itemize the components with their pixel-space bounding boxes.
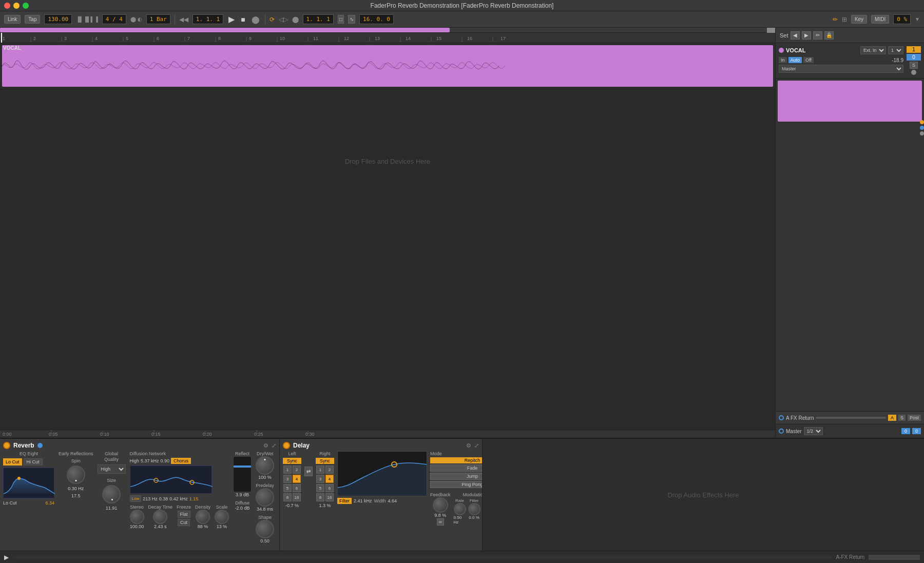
metro-button[interactable]: ⬤ xyxy=(292,16,299,23)
master-power[interactable] xyxy=(779,429,784,434)
bottom-progress[interactable] xyxy=(13,556,832,559)
link-button[interactable]: Link xyxy=(4,15,21,24)
midi-button[interactable]: MIDI xyxy=(871,15,889,24)
set-edit-button[interactable]: ✏ xyxy=(813,31,822,40)
master-val1[interactable]: 0 xyxy=(901,428,910,434)
feedback-knob[interactable] xyxy=(433,497,448,513)
pencil-icon[interactable]: ✏ xyxy=(833,16,838,23)
grid-icon[interactable]: ⊞ xyxy=(842,16,847,23)
right-cell-1[interactable]: 1 xyxy=(316,465,324,474)
stereo-knob[interactable] xyxy=(130,510,144,524)
filter-enable-button[interactable]: Filter xyxy=(337,498,352,504)
mod-filter-knob[interactable] xyxy=(468,503,480,515)
position-display[interactable]: 1. 1. 1 xyxy=(192,14,223,24)
diffusion-display[interactable] xyxy=(130,465,212,494)
scale-knob[interactable] xyxy=(215,510,229,524)
loop-type-button[interactable]: □ xyxy=(338,15,344,24)
dropdown-arrow[interactable]: ▼ xyxy=(915,16,920,22)
quality-selector[interactable]: High Medium Low xyxy=(98,464,126,474)
set-next-button[interactable]: ▶ xyxy=(802,31,811,40)
master-input-selector[interactable]: 1/2 xyxy=(804,427,823,435)
reverb-dot[interactable] xyxy=(37,443,43,448)
left-cell-8[interactable]: 16 xyxy=(293,493,301,501)
right-cell-6[interactable]: 6 xyxy=(325,484,334,492)
vocal-waveform-clip[interactable] xyxy=(2,45,773,87)
chorus-button[interactable]: Chorus xyxy=(171,458,191,464)
ping-pong-button[interactable]: Ping Pong xyxy=(430,481,483,488)
vocal-record-dot[interactable] xyxy=(911,70,916,75)
flat-button[interactable]: Flat xyxy=(178,511,190,518)
mod-rate-knob[interactable] xyxy=(454,503,466,515)
right-cell-8[interactable]: 16 xyxy=(325,493,334,501)
record-button[interactable]: ⬤ xyxy=(252,15,260,24)
spin-knob[interactable] xyxy=(67,465,85,484)
side-dot-1[interactable] xyxy=(920,120,924,124)
eq-display[interactable] xyxy=(3,468,54,498)
vocal-input-num[interactable]: 1 xyxy=(888,46,903,54)
bottom-play-button[interactable]: ▶ xyxy=(4,554,9,561)
vocal-off-button[interactable]: Off xyxy=(803,57,814,63)
horizontal-scrollbar[interactable] xyxy=(0,28,775,33)
density-knob[interactable] xyxy=(196,510,210,524)
right-cell-5[interactable]: 5 xyxy=(316,484,324,492)
loop-shape-button[interactable]: ∿ xyxy=(348,15,355,24)
vocal-auto-button[interactable]: Auto xyxy=(788,57,802,63)
left-cell-6[interactable]: 6 xyxy=(293,484,301,492)
play-button[interactable]: ▶ xyxy=(228,14,235,24)
vocal-routing-selector[interactable]: Master xyxy=(779,65,903,73)
low-btn[interactable]: Low xyxy=(130,495,142,502)
infinity-button[interactable]: ∞ xyxy=(437,518,444,526)
loop-start-display[interactable]: 1. 1. 1 xyxy=(303,14,334,24)
time-sig-display[interactable]: 4 / 4 xyxy=(102,14,126,24)
delay-power-button[interactable] xyxy=(283,442,290,449)
jump-button[interactable]: Jump xyxy=(430,473,483,480)
drywet-knob[interactable] xyxy=(256,456,274,475)
right-cell-2[interactable]: 2 xyxy=(325,465,334,474)
set-prev-button[interactable]: ◀ xyxy=(791,31,800,40)
lo-cut-button[interactable]: Lo Cut xyxy=(3,458,22,465)
hi-cut-button[interactable]: Hi Cut xyxy=(24,458,43,465)
right-cell-3[interactable]: 3 xyxy=(316,475,324,483)
delay-settings-button[interactable]: ⚙ xyxy=(466,442,471,449)
vocal-channel-num[interactable]: 1 xyxy=(907,46,921,53)
key-button[interactable]: Key xyxy=(851,15,867,24)
left-cell-3[interactable]: 3 xyxy=(283,475,292,483)
left-cell-2[interactable]: 2 xyxy=(293,465,301,474)
left-sync-button[interactable]: Sync xyxy=(283,458,301,464)
fx-return-power[interactable] xyxy=(779,415,784,420)
reverb-settings-button[interactable]: ⚙ xyxy=(263,442,268,449)
scroll-handle[interactable] xyxy=(767,28,775,33)
side-dot-2[interactable] xyxy=(920,126,924,130)
bars-display[interactable]: 1 Bar xyxy=(146,14,170,24)
delay-resize-button[interactable]: ⤢ xyxy=(474,442,479,449)
fade-button[interactable]: Fade xyxy=(430,464,483,472)
side-dot-3[interactable] xyxy=(920,131,924,135)
fx-post-button[interactable]: Post xyxy=(908,415,921,421)
punch-button[interactable]: ◁▷ xyxy=(279,16,288,23)
vocal-s-button[interactable]: S xyxy=(910,62,918,69)
shape-knob[interactable] xyxy=(256,520,274,538)
scroll-thumb[interactable] xyxy=(0,28,450,32)
fx-a-button[interactable]: A xyxy=(888,415,896,421)
master-val2[interactable]: 0 xyxy=(912,428,921,434)
maximize-button[interactable] xyxy=(23,3,29,9)
cut-button[interactable]: Cut xyxy=(178,519,190,526)
right-sync-button[interactable]: Sync xyxy=(316,458,334,464)
right-cell-4[interactable]: 4 xyxy=(325,475,334,483)
predelay-knob[interactable] xyxy=(256,488,274,507)
percent-display[interactable]: 0 % xyxy=(893,14,911,24)
left-cell-7[interactable]: 8 xyxy=(283,493,292,501)
bpm-display[interactable]: 130.00 xyxy=(44,14,72,24)
right-cell-7[interactable]: 8 xyxy=(316,493,324,501)
close-button[interactable] xyxy=(4,3,10,9)
prev-section-button[interactable]: ◀◀ xyxy=(179,16,188,23)
repitch-button[interactable]: Repitch xyxy=(430,457,483,463)
left-cell-4[interactable]: 4 xyxy=(293,475,301,483)
left-cell-1[interactable]: 1 xyxy=(283,465,292,474)
reverb-resize-button[interactable]: ⤢ xyxy=(272,442,276,449)
loop-button[interactable]: ⟳ xyxy=(270,16,275,23)
delay-filter-display[interactable] xyxy=(337,451,427,496)
minimize-button[interactable] xyxy=(13,3,20,9)
set-lock-button[interactable]: 🔒 xyxy=(824,31,834,40)
reflect-fader[interactable] xyxy=(233,456,252,492)
